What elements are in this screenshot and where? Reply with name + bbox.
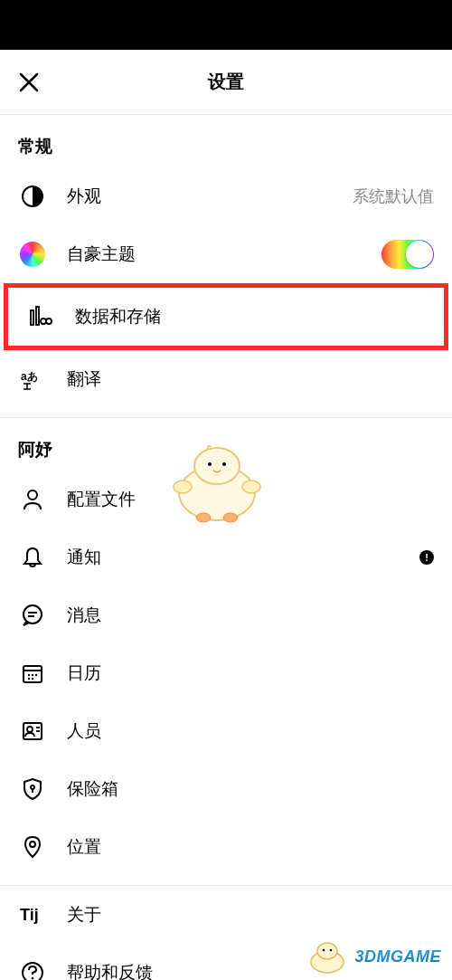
bell-icon: [18, 543, 47, 572]
watermark-text: 3DMGAME: [354, 947, 441, 966]
row-label: 翻译: [67, 367, 434, 391]
row-vault[interactable]: 保险箱: [0, 760, 452, 818]
row-notifications[interactable]: 通知 !: [0, 528, 452, 586]
svg-rect-2: [36, 307, 39, 325]
section-account: 阿妤 配置文件 通知 ! 消息 日历 人员 保险箱: [0, 418, 452, 876]
row-label: 人员: [67, 719, 434, 743]
shield-icon: [18, 775, 47, 804]
row-label: 自豪主题: [67, 243, 381, 266]
row-about[interactable]: Tij 关于: [0, 886, 452, 944]
svg-point-16: [32, 678, 33, 680]
data-storage-icon: [26, 302, 55, 331]
teams-icon: Tij: [18, 900, 47, 929]
appearance-icon: [18, 182, 47, 211]
svg-point-4: [46, 319, 52, 324]
svg-point-38: [330, 949, 333, 952]
location-icon: [18, 833, 47, 861]
svg-point-13: [32, 674, 33, 676]
row-translate[interactable]: aあ 翻译: [0, 350, 452, 408]
svg-point-6: [28, 490, 37, 500]
row-label: 通知: [67, 546, 419, 569]
calendar-icon: [18, 659, 47, 688]
alert-badge-icon: !: [419, 550, 434, 565]
row-label: 位置: [67, 835, 434, 859]
section-title-general: 常规: [0, 115, 452, 167]
svg-point-23: [30, 842, 35, 847]
svg-rect-1: [31, 310, 33, 325]
row-data-storage[interactable]: 数据和存储: [8, 288, 444, 346]
svg-point-7: [24, 605, 42, 623]
close-icon: [19, 72, 39, 92]
row-people[interactable]: 人员: [0, 702, 452, 760]
row-label: 保险箱: [67, 777, 434, 801]
row-profile[interactable]: 配置文件: [0, 471, 452, 528]
svg-point-3: [41, 319, 46, 324]
svg-point-26: [32, 977, 34, 980]
row-label: 关于: [67, 903, 434, 927]
profile-icon: [18, 485, 47, 514]
row-label: 配置文件: [67, 488, 434, 511]
section-title-account: 阿妤: [0, 418, 452, 471]
translate-icon: aあ: [18, 365, 47, 394]
message-icon: [18, 601, 47, 630]
pride-icon: [18, 240, 47, 269]
svg-point-15: [28, 678, 30, 680]
svg-point-36: [317, 943, 337, 959]
row-messages[interactable]: 消息: [0, 586, 452, 644]
watermark: 3DMGAME: [306, 938, 441, 975]
row-label: 日历: [67, 661, 434, 685]
help-icon: [18, 958, 47, 980]
svg-point-21: [31, 785, 34, 789]
row-label: 数据和存储: [75, 305, 426, 328]
row-appearance[interactable]: 外观 系统默认值: [0, 167, 452, 225]
row-value: 系统默认值: [353, 186, 434, 207]
svg-point-14: [35, 674, 37, 676]
svg-point-37: [323, 949, 325, 952]
svg-point-12: [28, 674, 30, 676]
svg-point-18: [27, 727, 33, 732]
row-label: 外观: [67, 185, 353, 208]
highlight-annotation: 数据和存储: [4, 283, 448, 350]
row-calendar[interactable]: 日历: [0, 644, 452, 702]
close-button[interactable]: [18, 71, 40, 93]
svg-text:Tij: Tij: [20, 906, 39, 924]
people-icon: [18, 717, 47, 746]
watermark-mascot-icon: [306, 938, 349, 975]
page-title: 设置: [208, 70, 244, 94]
row-location[interactable]: 位置: [0, 818, 452, 876]
header: 设置: [0, 50, 452, 115]
pride-toggle[interactable]: [381, 240, 434, 269]
toggle-knob: [406, 241, 433, 268]
section-general: 常规 外观 系统默认值 自豪主题 数据和存储 aあ 翻译: [0, 115, 452, 408]
status-bar-area: [0, 0, 452, 50]
svg-text:aあ: aあ: [21, 370, 38, 383]
row-label: 消息: [67, 604, 434, 627]
row-pride-theme[interactable]: 自豪主题: [0, 225, 452, 283]
